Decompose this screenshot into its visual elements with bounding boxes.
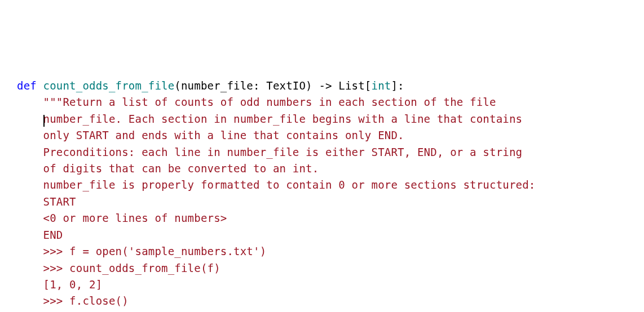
indent [17, 113, 43, 125]
indent [17, 96, 43, 108]
code-line: >>> count_odds_from_file(f) [17, 260, 627, 277]
code-line: START [17, 194, 627, 210]
code-line: <0 or more lines of numbers> [17, 210, 627, 226]
indent [17, 245, 43, 257]
code-line: only START and ends with a line that con… [17, 127, 627, 144]
indent [17, 212, 43, 224]
docstring-line: number_file is properly formatted to con… [43, 179, 536, 191]
indent [17, 278, 43, 291]
docstring-line: only START and ends with a line that con… [43, 129, 404, 141]
code-line: number_file. Each section in number_file… [17, 111, 627, 127]
text-cursor [43, 115, 45, 127]
type-int: int [372, 79, 391, 92]
indent [17, 129, 43, 141]
code-line: of digits that can be converted to an in… [17, 161, 627, 177]
indent [17, 262, 43, 274]
code-line: number_file is properly formatted to con… [17, 177, 627, 193]
signature-open: (number_file: TextIO) -> List[ [174, 79, 371, 92]
docstring-line: >>> f = open('sample_numbers.txt') [43, 245, 267, 257]
indent [17, 146, 43, 158]
code-line: """Return a list of counts of odd number… [17, 94, 627, 110]
indent [17, 229, 43, 241]
function-name: count_odds_from_file [43, 79, 175, 92]
docstring-line: <0 or more lines of numbers> [43, 212, 227, 224]
docstring-line: END [43, 229, 63, 241]
code-line: def count_odds_from_file(number_file: Te… [17, 78, 627, 94]
docstring-line: >>> f.close() [43, 295, 129, 307]
code-line: >>> f = open('sample_numbers.txt') [17, 243, 627, 260]
code-line: >>> f.close() [17, 293, 627, 309]
code-line: Preconditions: each line in number_file … [17, 144, 627, 161]
docstring-line: START [43, 195, 76, 208]
docstring-line: [1, 0, 2] [43, 278, 103, 291]
code-line: END [17, 227, 627, 243]
docstring-line: """Return a list of counts of odd number… [43, 96, 496, 108]
docstring-line: of digits that can be converted to an in… [43, 162, 319, 175]
docstring-line: Preconditions: each line in number_file … [43, 146, 523, 158]
docstring-line: number_file. Each section in number_file… [43, 113, 523, 125]
indent [17, 195, 43, 208]
code-block: def count_odds_from_file(number_file: Te… [17, 78, 627, 312]
code-line: [1, 0, 2] [17, 277, 627, 293]
indent [17, 295, 43, 307]
signature-close: ]: [391, 79, 404, 92]
indent [17, 179, 43, 191]
code-line: """ [17, 310, 627, 312]
docstring-line: >>> count_odds_from_file(f) [43, 262, 220, 274]
indent [17, 162, 43, 175]
keyword-def: def [17, 79, 43, 92]
